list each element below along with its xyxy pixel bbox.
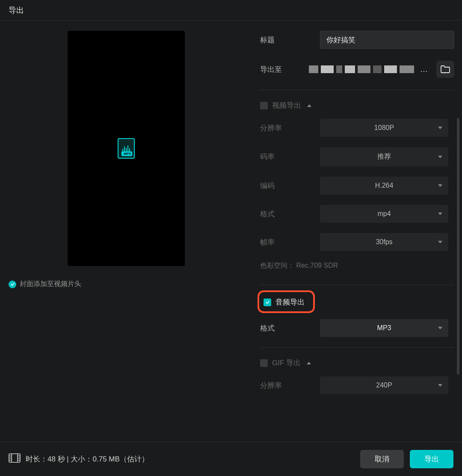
- video-export-title: 视频导出: [272, 101, 301, 110]
- footer: 时长：48 秒 | 大小：0.75 MB（估计） 取消 导出: [0, 442, 462, 476]
- title-input[interactable]: [320, 31, 454, 49]
- settings-pane: 标题 导出至 …: [252, 21, 462, 442]
- codec-dropdown[interactable]: H.264: [320, 177, 448, 195]
- audio-export-title: 音频导出: [275, 297, 305, 307]
- chevron-down-icon: [438, 241, 442, 243]
- gif-export-title: GIF 导出: [272, 358, 301, 368]
- gif-export-header[interactable]: GIF 导出: [260, 348, 454, 376]
- export-path-display: …: [305, 61, 432, 78]
- window-title: 导出: [9, 5, 24, 15]
- chevron-down-icon: [438, 156, 442, 158]
- export-to-label: 导出至: [260, 65, 305, 74]
- color-space-row: 色彩空间： Rec.709 SDR: [260, 261, 454, 282]
- audio-export-highlight: 音频导出: [258, 290, 315, 313]
- fps-dropdown[interactable]: 30fps: [320, 233, 448, 251]
- chevron-down-icon: [438, 184, 442, 187]
- chevron-up-icon: [307, 104, 311, 107]
- chevron-down-icon: [438, 327, 442, 329]
- cover-checkbox-label: 封面添加至视频片头: [20, 280, 81, 289]
- audio-export-checkbox[interactable]: [264, 299, 271, 306]
- chevron-down-icon: [438, 213, 442, 215]
- format-dropdown[interactable]: mp4: [320, 205, 448, 223]
- chevron-up-icon: [307, 362, 311, 364]
- resolution-label: 分辨率: [260, 123, 320, 133]
- preview-pane: .MP3 封面添加至视频片头: [0, 21, 252, 442]
- gif-export-checkbox[interactable]: [260, 359, 268, 367]
- color-space-value: Rec.709 SDR: [296, 262, 338, 269]
- codec-label: 编码: [260, 181, 320, 191]
- export-button[interactable]: 导出: [410, 450, 453, 468]
- fps-label: 帧率: [260, 237, 320, 247]
- resolution-dropdown[interactable]: 1080P: [320, 119, 448, 137]
- scrollbar[interactable]: [457, 118, 459, 375]
- folder-icon: [441, 65, 450, 73]
- mp3-file-icon: .MP3: [118, 138, 135, 159]
- audio-format-dropdown[interactable]: MP3: [320, 319, 448, 337]
- path-ellipsis: …: [420, 65, 428, 74]
- audio-format-label: 格式: [260, 323, 320, 333]
- chevron-down-icon: [438, 384, 442, 387]
- cancel-button[interactable]: 取消: [360, 450, 404, 468]
- gif-resolution-label: 分辨率: [260, 381, 320, 390]
- preview-box[interactable]: .MP3: [68, 31, 185, 266]
- video-export-header[interactable]: 视频导出: [260, 90, 454, 119]
- title-label: 标题: [260, 35, 320, 45]
- cover-checkbox[interactable]: [9, 281, 16, 288]
- color-space-label: 色彩空间：: [260, 262, 294, 269]
- chevron-down-icon: [438, 127, 442, 129]
- bitrate-label: 码率: [260, 152, 320, 162]
- video-export-checkbox[interactable]: [260, 102, 268, 109]
- format-label: 格式: [260, 209, 320, 219]
- browse-folder-button[interactable]: [436, 61, 454, 78]
- gif-resolution-dropdown[interactable]: 240P: [320, 376, 448, 394]
- bitrate-dropdown[interactable]: 推荐: [320, 147, 448, 166]
- footer-info: 时长：48 秒 | 大小：0.75 MB（估计）: [26, 454, 149, 464]
- film-icon: [9, 453, 21, 465]
- mp3-badge: .MP3: [121, 151, 132, 156]
- window-titlebar: 导出: [0, 0, 462, 21]
